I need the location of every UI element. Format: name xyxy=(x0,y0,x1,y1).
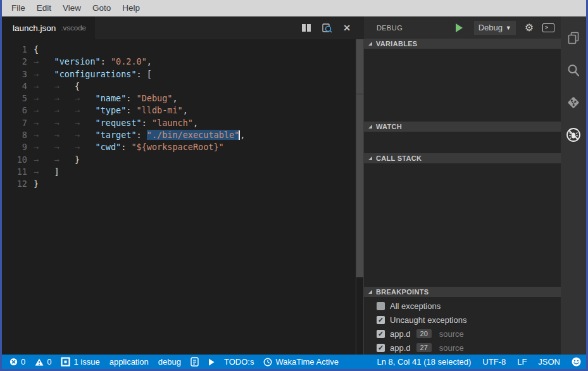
call-stack-body[interactable] xyxy=(364,163,561,287)
notebook-icon[interactable] xyxy=(191,357,199,367)
section-header-variables[interactable]: VARIABLES xyxy=(364,39,561,49)
code-editor[interactable]: 1{2→ "version": "0.2.0",3→ "configuratio… xyxy=(2,39,364,191)
eol-indicator[interactable]: LF xyxy=(517,357,527,367)
editor-group: launch.json .vscode ✕ 1{2→ "version": "0… xyxy=(2,16,364,355)
tab-launch-json[interactable]: launch.json .vscode xyxy=(2,16,95,39)
line-number: 12 xyxy=(2,178,27,190)
menu-item-help[interactable]: Help xyxy=(116,0,146,16)
tab-bar: launch.json .vscode ✕ xyxy=(2,16,364,39)
watch-body[interactable] xyxy=(364,132,561,153)
menu-item-goto[interactable]: Goto xyxy=(87,0,116,16)
menu-item-file[interactable]: File xyxy=(6,0,31,16)
line-content: } xyxy=(34,179,39,189)
line-content: → → → "request": "launch", xyxy=(34,118,198,128)
breakpoint-label: All exceptions xyxy=(390,301,441,311)
debug-icon[interactable] xyxy=(561,118,586,151)
checkbox-unchecked[interactable] xyxy=(377,302,385,310)
open-preview-icon[interactable] xyxy=(321,22,332,34)
code-line-3[interactable]: 3→ "configurations": [ xyxy=(2,68,364,80)
menu-item-view[interactable]: View xyxy=(57,0,87,16)
gear-icon[interactable]: ⚙ xyxy=(525,23,534,33)
line-content: → → → "cwd": "${workspaceRoot}" xyxy=(34,142,224,152)
editor-actions: ✕ xyxy=(301,22,364,34)
breakpoint-label: app.d xyxy=(390,343,411,353)
section-label: BREAKPOINTS xyxy=(376,288,428,296)
checkbox-checked[interactable]: ✓ xyxy=(377,316,385,324)
line-number: 8 xyxy=(2,129,27,141)
variables-body[interactable] xyxy=(364,49,561,122)
smiley-icon[interactable] xyxy=(572,357,581,367)
start-debug-icon[interactable] xyxy=(456,23,463,32)
warning-count[interactable]: 0 xyxy=(35,357,51,367)
code-line-6[interactable]: 6→ → → "type": "lldb-mi", xyxy=(2,104,364,116)
todo-status[interactable]: TODO:s xyxy=(224,357,254,367)
play-icon[interactable] xyxy=(208,358,215,366)
warning-icon xyxy=(35,358,44,366)
line-content: → → { xyxy=(34,81,80,91)
tab-filename: launch.json xyxy=(13,23,56,33)
line-badge: 20 xyxy=(416,329,432,338)
line-number: 7 xyxy=(2,117,27,129)
activity-bar xyxy=(561,16,586,355)
issues-status[interactable]: 1 issue xyxy=(61,357,99,367)
debug-toolbar: DEBUG Debug ▼ ⚙ > xyxy=(364,16,561,39)
code-line-8[interactable]: 8→ → → "target": "./bin/executable", xyxy=(2,129,364,141)
editor-scrollbar[interactable] xyxy=(356,39,364,355)
line-content: → ] xyxy=(34,167,59,177)
section-header-watch[interactable]: WATCH xyxy=(364,122,561,132)
debug-console-icon[interactable]: > xyxy=(542,23,554,32)
explorer-files-icon[interactable] xyxy=(561,22,586,54)
code-line-10[interactable]: 10→ → } xyxy=(2,154,364,166)
language-mode[interactable]: JSON xyxy=(538,357,560,367)
line-badge: 27 xyxy=(416,343,432,352)
debug-config-dropdown[interactable]: Debug ▼ xyxy=(474,21,516,35)
close-icon[interactable]: ✕ xyxy=(341,22,353,34)
debug-sidebar: DEBUG Debug ▼ ⚙ > VARIABLES WATCH xyxy=(364,16,561,355)
split-editor-icon[interactable] xyxy=(301,22,312,34)
code-line-4[interactable]: 4→ → { xyxy=(2,80,364,92)
code-line-9[interactable]: 9→ → → "cwd": "${workspaceRoot}" xyxy=(2,141,364,153)
section-label: VARIABLES xyxy=(376,40,417,47)
breakpoint-row[interactable]: ✓app.d20source xyxy=(364,327,561,341)
status-bar: 0 0 1 issue application debug xyxy=(2,355,586,369)
line-number: 4 xyxy=(2,80,27,92)
line-content: → "configurations": [ xyxy=(34,69,152,79)
search-icon[interactable] xyxy=(561,54,586,86)
section-header-breakpoints[interactable]: BREAKPOINTS xyxy=(364,287,561,297)
checkbox-checked[interactable]: ✓ xyxy=(377,330,385,338)
menu-item-edit[interactable]: Edit xyxy=(31,0,57,16)
section-header-call-stack[interactable]: CALL STACK xyxy=(364,153,561,163)
twistie-icon xyxy=(368,125,372,129)
code-line-11[interactable]: 11→ ] xyxy=(2,166,364,178)
error-count[interactable]: 0 xyxy=(9,357,25,367)
code-line-5[interactable]: 5→ → → "name": "Debug", xyxy=(2,92,364,104)
section-label: WATCH xyxy=(376,123,402,130)
encoding-indicator[interactable]: UTF-8 xyxy=(482,357,506,367)
breakpoint-origin: source xyxy=(439,329,464,339)
code-line-12[interactable]: 12} xyxy=(2,178,364,190)
task-debug[interactable]: debug xyxy=(158,357,181,367)
breakpoint-row[interactable]: ✓app.d27source xyxy=(364,341,561,355)
error-count-value: 0 xyxy=(21,357,25,367)
code-line-1[interactable]: 1{ xyxy=(2,44,364,56)
task-application[interactable]: application xyxy=(109,357,149,367)
cursor-position[interactable]: Ln 8, Col 41 (18 selected) xyxy=(377,357,471,367)
twistie-icon xyxy=(368,42,372,46)
debug-config-value: Debug xyxy=(479,23,503,32)
line-number: 6 xyxy=(2,104,27,116)
wakatime-status[interactable]: WakaTime Active xyxy=(263,357,338,367)
line-number: 5 xyxy=(2,92,27,104)
git-icon[interactable] xyxy=(561,86,586,118)
checkbox-checked[interactable]: ✓ xyxy=(377,344,385,352)
breakpoint-row[interactable]: All exceptions xyxy=(364,299,561,313)
breakpoint-row[interactable]: ✓Uncaught exceptions xyxy=(364,313,561,327)
breakpoint-label: Uncaught exceptions xyxy=(390,315,466,325)
line-number: 10 xyxy=(2,154,27,166)
scrollbar-thumb[interactable] xyxy=(356,39,363,277)
line-number: 1 xyxy=(2,44,27,56)
code-line-2[interactable]: 2→ "version": "0.2.0", xyxy=(2,56,364,68)
code-line-7[interactable]: 7→ → → "request": "launch", xyxy=(2,117,364,129)
scrollbar-seam xyxy=(356,94,363,94)
twistie-icon xyxy=(368,290,372,294)
line-content: → → → "name": "Debug", xyxy=(34,93,178,103)
